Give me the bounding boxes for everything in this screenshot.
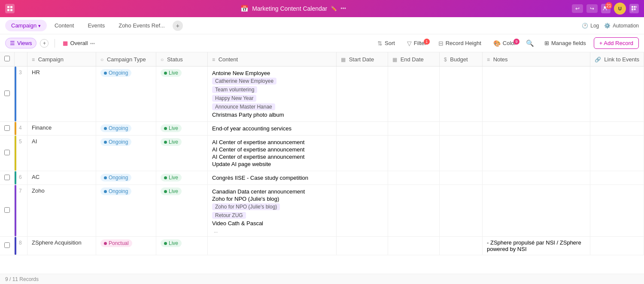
row-checkbox[interactable] — [4, 207, 10, 213]
tab-campaign[interactable]: Campaign ▾ — [5, 20, 47, 31]
row-number-cell: 5 — [15, 136, 27, 171]
link-to-events-cell[interactable] — [590, 185, 644, 237]
color-button[interactable]: 🎨 Color 9 — [489, 38, 520, 49]
campaign-cell[interactable]: Zoho — [27, 185, 96, 237]
campaign-cell[interactable]: AI — [27, 136, 96, 171]
start-date-cell[interactable] — [337, 237, 388, 255]
add-view-button[interactable]: + — [40, 39, 49, 48]
tab-events[interactable]: Events — [82, 20, 111, 31]
campaign-cell[interactable]: Finance — [27, 122, 96, 136]
campaign-type-cell[interactable]: Ongoing — [96, 185, 156, 237]
content-cell[interactable]: Canadian Data center announcementZoho fo… — [208, 185, 337, 237]
budget-cell[interactable] — [440, 136, 483, 171]
content-line: Team voluntering — [212, 86, 332, 94]
campaign-type-cell[interactable]: Ongoing — [96, 136, 156, 171]
tab-zoho-events[interactable]: Zoho Events Ref... — [112, 20, 171, 31]
link-to-events-cell[interactable] — [590, 237, 644, 255]
start-date-cell[interactable] — [337, 136, 388, 171]
notes-cell[interactable] — [483, 171, 590, 185]
sort-button[interactable]: ⇅ Sort — [373, 38, 399, 49]
tab-content[interactable]: Content — [49, 20, 80, 31]
link-to-events-cell[interactable] — [590, 122, 644, 136]
status-cell[interactable]: Live — [156, 66, 208, 122]
live-badge: Live — [161, 138, 182, 146]
content-text: Christmas Party photo album — [212, 112, 284, 118]
notes-cell[interactable] — [483, 136, 590, 171]
th-content-icon: ≡ — [212, 57, 215, 63]
budget-cell[interactable] — [440, 66, 483, 122]
campaign-type-cell[interactable]: Ponctual — [96, 237, 156, 255]
live-badge: Live — [161, 124, 182, 132]
notes-cell[interactable] — [483, 185, 590, 237]
end-date-cell[interactable] — [388, 185, 440, 237]
start-date-cell[interactable] — [337, 66, 388, 122]
row-checkbox[interactable] — [4, 242, 10, 248]
th-notes: ≡ Notes — [483, 52, 590, 66]
end-date-cell[interactable] — [388, 171, 440, 185]
content-line: End-of year accounting services — [212, 125, 332, 132]
redo-button[interactable]: ↪ — [586, 4, 598, 13]
content-cell[interactable]: Antoine New EmployeeCatherine New Employ… — [208, 66, 337, 122]
content-line: Announce Master Hanae — [212, 103, 332, 111]
row-checkbox[interactable] — [4, 175, 10, 180]
select-all-checkbox[interactable] — [4, 56, 10, 61]
status-dot — [104, 127, 107, 130]
content-cell[interactable]: End-of year accounting services — [208, 122, 337, 136]
record-height-button[interactable]: ⊟ Record Height — [434, 38, 486, 49]
budget-cell[interactable] — [440, 237, 483, 255]
row-checkbox[interactable] — [4, 91, 10, 96]
start-date-cell[interactable] — [337, 122, 388, 136]
notes-cell[interactable] — [483, 122, 590, 136]
budget-cell[interactable] — [440, 171, 483, 185]
table-body: 3 HROngoingLiveAntoine New EmployeeCathe… — [0, 66, 644, 255]
th-budget-icon: $ — [444, 57, 447, 63]
budget-cell[interactable] — [440, 122, 483, 136]
link-to-events-cell[interactable] — [590, 136, 644, 171]
status-cell[interactable]: Live — [156, 122, 208, 136]
add-record-button[interactable]: + Add Record — [594, 37, 639, 49]
end-date-cell[interactable] — [388, 136, 440, 171]
svg-rect-3 — [10, 9, 12, 11]
automation-icon: ⚙️ — [604, 23, 611, 29]
notes-cell[interactable] — [483, 66, 590, 122]
log-button[interactable]: 🕐 Log — [582, 23, 599, 29]
manage-fields-button[interactable]: ⊞ Manage fields — [540, 38, 590, 48]
content-cell[interactable]: AI Center of expertise announcementAI Ce… — [208, 136, 337, 171]
grid-icon[interactable] — [629, 4, 639, 13]
avatar[interactable]: U — [614, 3, 626, 15]
campaign-type-cell[interactable]: Ongoing — [96, 171, 156, 185]
th-campaign: ≡ Campaign — [27, 52, 96, 66]
campaign-type-cell[interactable]: Ongoing — [96, 122, 156, 136]
budget-cell[interactable] — [440, 185, 483, 237]
status-cell[interactable]: Live — [156, 185, 208, 237]
search-button[interactable]: 🔍 — [524, 37, 537, 50]
row-checkbox[interactable] — [4, 150, 10, 155]
filter-icon: ▽ — [407, 40, 412, 47]
status-cell[interactable]: Live — [156, 171, 208, 185]
start-date-cell[interactable] — [337, 185, 388, 237]
row-checkbox[interactable] — [4, 125, 10, 131]
campaign-cell[interactable]: ZSphere Acquisition — [27, 237, 96, 255]
content-cell[interactable]: Congrès IISE - Case study competition — [208, 171, 337, 185]
notes-cell[interactable]: - ZSphere propulsé par NSI / ZSphere pow… — [483, 237, 590, 255]
end-date-cell[interactable] — [388, 237, 440, 255]
status-cell[interactable]: Live — [156, 237, 208, 255]
end-date-cell[interactable] — [388, 122, 440, 136]
link-to-events-cell[interactable] — [590, 66, 644, 122]
start-date-cell[interactable] — [337, 171, 388, 185]
campaign-type-cell[interactable]: Ongoing — [96, 66, 156, 122]
views-button[interactable]: ☰ Views — [5, 38, 36, 48]
filter-button[interactable]: ▽ Filter 1 — [403, 38, 431, 49]
th-campaign-icon: ≡ — [32, 57, 35, 63]
top-bar-right: ↩ ↪ 21 U — [572, 3, 639, 15]
end-date-cell[interactable] — [388, 66, 440, 122]
automation-button[interactable]: ⚙️ Automation — [604, 23, 639, 29]
campaign-cell[interactable]: HR — [27, 66, 96, 122]
undo-button[interactable]: ↩ — [572, 4, 583, 13]
content-text: Antoine New Employee — [212, 70, 270, 76]
campaign-cell[interactable]: AC — [27, 171, 96, 185]
add-tab-button[interactable]: + — [173, 21, 183, 31]
status-cell[interactable]: Live — [156, 136, 208, 171]
content-cell[interactable] — [208, 237, 337, 255]
link-to-events-cell[interactable] — [590, 171, 644, 185]
